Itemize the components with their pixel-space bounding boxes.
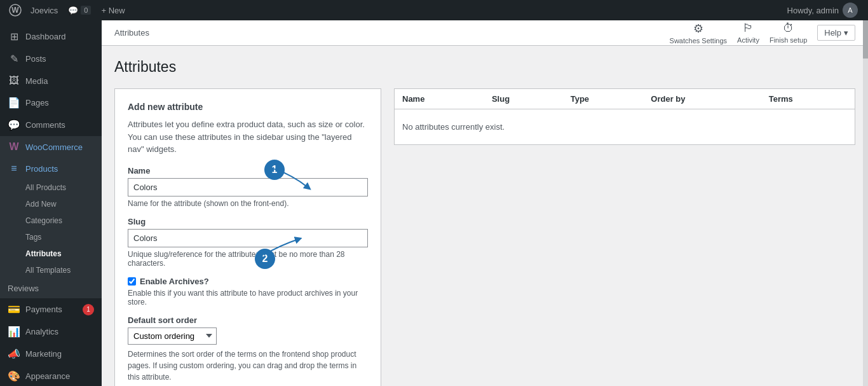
name-field: Name Name for the attribute (shown on th…	[128, 166, 368, 208]
slug-hint: Unique slug/reference for the attribute;…	[128, 250, 368, 268]
comments-icon: 💬	[8, 119, 20, 131]
add-new-label: Add New	[25, 200, 57, 209]
attributes-table: Name Slug Type Order by Terms No attribu…	[395, 89, 855, 144]
finish-setup-label: Finish setup	[770, 36, 807, 44]
form-title: Add new attribute	[128, 102, 368, 112]
site-name: Joevics	[31, 6, 58, 15]
main-content: Attributes ⚙ Swatches Settings 🏳 Activit…	[102, 20, 868, 386]
sort-description: Determines the sort order of the terms o…	[128, 348, 368, 383]
col-terms: Terms	[761, 89, 855, 109]
sidebar-item-woocommerce[interactable]: W WooCommerce	[0, 136, 102, 158]
reviews-label: Reviews	[8, 284, 39, 293]
enable-archives-field: Enable Archives? Enable this if you want…	[128, 277, 368, 307]
new-content-item[interactable]: + New	[96, 0, 130, 20]
header-actions: ⚙ Swatches Settings 🏳 Activity ⏱ Finish …	[670, 22, 855, 45]
wp-logo[interactable]: W	[5, 0, 25, 20]
comment-icon: 💬	[68, 6, 78, 15]
analytics-label: Analytics	[25, 327, 58, 336]
name-input[interactable]	[128, 178, 368, 196]
sidebar-item-products[interactable]: ≡ Products	[0, 158, 102, 179]
help-button[interactable]: Help ▾	[817, 25, 855, 41]
name-label: Name	[128, 166, 368, 176]
sidebar-item-all-products[interactable]: All Products	[0, 179, 102, 196]
activity-button[interactable]: 🏳 Activity	[737, 22, 759, 44]
sidebar-item-label: Comments	[25, 120, 65, 130]
payments-label: Payments	[25, 305, 62, 314]
scroll-thumb[interactable]	[863, 20, 868, 59]
analytics-icon: 📊	[8, 326, 20, 338]
dashboard-icon: ⊞	[8, 31, 20, 43]
pages-icon: 📄	[8, 97, 20, 109]
content-header: Attributes ⚙ Swatches Settings 🏳 Activit…	[102, 20, 868, 46]
comment-count: 0	[81, 6, 91, 15]
sidebar-item-marketing[interactable]: 📣 Marketing	[0, 343, 102, 365]
swatches-settings-label: Swatches Settings	[670, 37, 728, 45]
slug-input[interactable]	[128, 229, 368, 247]
col-name: Name	[395, 89, 484, 109]
enable-archives-label[interactable]: Enable Archives?	[140, 277, 209, 286]
categories-label: Categories	[25, 216, 62, 225]
col-slug: Slug	[484, 89, 563, 109]
user-info[interactable]: Howdy, admin A	[782, 3, 863, 18]
finish-setup-icon: ⏱	[783, 22, 794, 35]
woo-icon: W	[8, 141, 20, 153]
sidebar-item-posts[interactable]: ✎ Posts	[0, 48, 102, 70]
enable-archives-checkbox[interactable]	[128, 277, 136, 286]
scrollbar[interactable]	[863, 20, 868, 386]
marketing-icon: 📣	[8, 348, 20, 360]
sidebar-item-label: Posts	[25, 54, 46, 64]
col-type: Type	[563, 89, 644, 109]
sidebar-item-tags[interactable]: Tags	[0, 229, 102, 245]
sidebar-item-dashboard[interactable]: ⊞ Dashboard	[0, 25, 102, 48]
payments-badge: 1	[83, 304, 94, 315]
comments-item[interactable]: 💬 0	[63, 0, 96, 20]
appearance-label: Appearance	[25, 371, 70, 381]
sidebar-item-payments[interactable]: 💳 Payments 1	[0, 298, 102, 321]
finish-setup-button[interactable]: ⏱ Finish setup	[770, 22, 807, 44]
sort-order-select[interactable]: Custom ordering Name Name (numeric) Term…	[128, 327, 217, 345]
activity-label: Activity	[737, 36, 759, 44]
sidebar-item-comments[interactable]: 💬 Comments	[0, 114, 102, 136]
media-icon: 🖼	[8, 75, 20, 86]
swatches-icon: ⚙	[693, 22, 703, 36]
sidebar-item-label: Products	[25, 164, 58, 174]
help-label: Help	[824, 28, 841, 38]
avatar: A	[843, 3, 858, 18]
new-label: + New	[101, 6, 125, 15]
sidebar-item-add-new[interactable]: Add New	[0, 196, 102, 212]
swatches-settings-button[interactable]: ⚙ Swatches Settings	[670, 22, 728, 45]
sidebar-item-label: Dashboard	[25, 32, 66, 41]
site-name-item[interactable]: Joevics	[25, 0, 63, 20]
sidebar-item-categories[interactable]: Categories	[0, 212, 102, 229]
no-attributes-message: No attributes currently exist.	[395, 109, 855, 145]
sidebar-item-analytics[interactable]: 📊 Analytics	[0, 321, 102, 343]
slug-field: Slug Unique slug/reference for the attri…	[128, 217, 368, 268]
attributes-label: Attributes	[25, 249, 62, 258]
payments-icon: 💳	[8, 303, 20, 315]
form-panel: Add new attribute Attributes let you def…	[114, 88, 381, 386]
products-icon: ≡	[8, 163, 20, 174]
sidebar-item-attributes[interactable]: Attributes	[0, 245, 102, 262]
marketing-label: Marketing	[25, 349, 62, 359]
sidebar-item-label: Media	[25, 76, 48, 86]
breadcrumb: Attributes	[114, 28, 149, 38]
form-description: Attributes let you define extra product …	[128, 118, 368, 156]
sidebar-item-label: Pages	[25, 98, 49, 107]
sort-order-label: Default sort order	[128, 315, 368, 325]
admin-bar: W Joevics 💬 0 + New Howdy, admin A	[0, 0, 868, 20]
svg-text:W: W	[11, 6, 19, 15]
sidebar-item-appearance[interactable]: 🎨 Appearance	[0, 365, 102, 386]
sidebar-item-pages[interactable]: 📄 Pages	[0, 92, 102, 114]
sidebar-item-reviews[interactable]: Reviews	[0, 279, 102, 298]
howdy-text: Howdy, admin	[787, 6, 839, 15]
sidebar-item-media[interactable]: 🖼 Media	[0, 70, 102, 92]
slug-label: Slug	[128, 217, 368, 226]
all-products-label: All Products	[25, 183, 66, 192]
sidebar-item-all-templates[interactable]: All Templates	[0, 262, 102, 279]
page-title: Attributes	[114, 59, 855, 76]
products-submenu: All Products Add New Categories Tags Att…	[0, 179, 102, 279]
enable-archives-hint: Enable this if you want this attribute t…	[128, 289, 368, 307]
posts-icon: ✎	[8, 53, 20, 65]
help-chevron-icon: ▾	[844, 28, 848, 38]
name-hint: Name for the attribute (shown on the fro…	[128, 199, 368, 208]
